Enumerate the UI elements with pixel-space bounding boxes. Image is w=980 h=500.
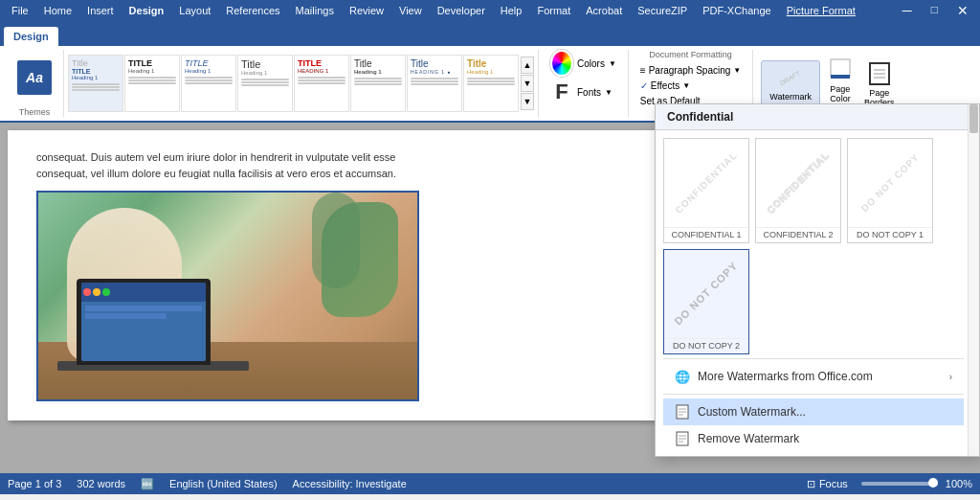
fonts-label: Fonts — [577, 87, 601, 98]
save-selection-item[interactable]: Save Selection to Watermark Gallery... — [663, 452, 964, 456]
watermark-label: Watermark — [769, 92, 812, 102]
menu-developer[interactable]: Developer — [430, 3, 493, 18]
fonts-dropdown-icon: ▼ — [605, 88, 612, 97]
menu-pdfxchange[interactable]: PDF-XChange — [695, 3, 779, 18]
wm-text-conf2: CONFIDENTIAL — [765, 149, 832, 216]
more-watermarks-item[interactable]: 🌐 More Watermarks from Office.com › — [663, 363, 964, 390]
colors-fonts-group: Colors ▼ F Fonts ▼ — [539, 50, 629, 117]
page-color-label: PageColor — [830, 84, 851, 103]
style-item-6[interactable]: Title HEADING 1 ● — [407, 55, 462, 112]
tab-design[interactable]: Design — [4, 27, 58, 46]
menu-home[interactable]: Home — [36, 3, 79, 18]
style-item-2[interactable]: TITLE Heading 1 — [181, 55, 236, 112]
fonts-icon: F — [550, 80, 573, 103]
watermark-confidential-1[interactable]: CONFIDENTIAL CONFIDENTIAL 1 — [663, 138, 749, 243]
menu-layout[interactable]: Layout — [171, 3, 218, 18]
focus-label: Focus — [819, 478, 848, 489]
app-window: File Home Insert Design Layout Reference… — [0, 0, 980, 500]
status-bar-right: ⊡ Focus 100% — [801, 476, 972, 492]
menu-help[interactable]: Help — [493, 3, 530, 18]
style-item-4[interactable]: TITLE HEADING 1 — [294, 55, 349, 112]
menu-bar: File Home Insert Design Layout Reference… — [0, 0, 980, 21]
more-watermarks-label: More Watermarks from Office.com — [698, 370, 873, 383]
page-color-icon — [826, 56, 855, 84]
style-item-7[interactable]: Title Heading 1 — [463, 55, 519, 112]
paragraph-spacing-dropdown: ▼ — [733, 66, 741, 75]
style-item-0[interactable]: Title TITLE Heading 1 — [68, 55, 123, 112]
remove-watermark-item[interactable]: Remove Watermark — [663, 425, 964, 452]
colors-button[interactable]: Colors ▼ — [546, 50, 620, 77]
watermark-gallery: CONFIDENTIAL CONFIDENTIAL 1 CONFIDENTIAL… — [663, 138, 964, 354]
scrollbar-thumb — [969, 104, 978, 133]
menu-design[interactable]: Design — [122, 3, 172, 18]
wm-preview-dnc1: DO NOT COPY — [852, 141, 928, 225]
selected-image[interactable] — [36, 191, 419, 401]
paragraph-spacing-label: Paragraph Spacing — [649, 65, 731, 76]
watermark-confidential-2[interactable]: CONFIDENTIAL CONFIDENTIAL 2 — [755, 138, 841, 243]
paragraph-spacing-button[interactable]: ≡ Paragraph Spacing ▼ — [636, 63, 745, 78]
watermark-panel-header: Confidential — [656, 104, 979, 130]
menu-mailings[interactable]: Mailings — [288, 3, 342, 18]
wm-preview-conf2: CONFIDENTIAL — [760, 141, 836, 225]
wm-text-dnc1: DO NOT COPY — [858, 151, 922, 215]
colors-dropdown-icon: ▼ — [609, 59, 616, 68]
custom-watermark-label: Custom Watermark... — [698, 405, 806, 419]
menu-format[interactable]: Format — [529, 3, 578, 18]
effects-button[interactable]: ✓ Effects ▼ — [636, 79, 694, 93]
gallery-scroll: ▲ ▼ ▼ — [521, 57, 534, 110]
themes-icon: Aa — [17, 60, 52, 95]
colors-label: Colors — [577, 58, 605, 69]
paragraph-spacing-icon: ≡ — [640, 65, 646, 76]
zoom-slider[interactable] — [861, 482, 938, 486]
maximize-icon[interactable]: □ — [924, 1, 946, 20]
menu-insert[interactable]: Insert — [79, 3, 122, 18]
accessibility-icon: 🔤 — [141, 478, 154, 490]
style-gallery-group: Title TITLE Heading 1 TITLE Heading 1 TI… — [64, 50, 539, 117]
image-content — [38, 193, 417, 399]
more-watermarks-arrow: › — [949, 372, 952, 382]
wm-label-conf1: CONFIDENTIAL 1 — [664, 227, 748, 241]
effects-dropdown: ▼ — [682, 81, 690, 90]
menu-securezip[interactable]: SecureZIP — [630, 3, 695, 18]
menu-file[interactable]: File — [4, 3, 36, 18]
watermark-do-not-copy-1[interactable]: DO NOT COPY DO NOT COPY 1 — [847, 138, 933, 243]
svg-rect-1 — [831, 75, 850, 79]
svg-rect-0 — [831, 59, 850, 77]
style-gallery: Title TITLE Heading 1 TITLE Heading 1 TI… — [68, 55, 519, 112]
watermark-button[interactable]: DRAFT Watermark — [761, 60, 820, 106]
style-item-5[interactable]: Title Heading 1 — [350, 55, 406, 112]
focus-button[interactable]: ⊡ Focus — [801, 476, 854, 492]
watermark-dropdown: Confidential CONFIDENTIAL CONFIDENTIAL 1… — [655, 103, 980, 457]
minimize-icon[interactable]: ─ — [895, 1, 920, 20]
close-icon[interactable]: ✕ — [949, 1, 976, 20]
menu-picture-format[interactable]: Picture Format — [779, 3, 863, 18]
gallery-scroll-down[interactable]: ▼ — [521, 75, 534, 92]
watermark-do-not-copy-2[interactable]: DO NOT COPY DO NOT COPY 2 — [663, 249, 749, 354]
accessibility-warning[interactable]: Accessibility: Investigate — [293, 478, 407, 489]
colors-fonts-content: Colors ▼ F Fonts ▼ — [546, 50, 620, 117]
menu-acrobat[interactable]: Acrobat — [578, 3, 630, 18]
focus-icon: ⊡ — [807, 478, 815, 490]
style-item-1[interactable]: TITLE Heading 1 — [124, 55, 180, 112]
gallery-scroll-more[interactable]: ▼ — [521, 93, 534, 110]
remove-watermark-label: Remove Watermark — [698, 432, 799, 445]
gallery-scroll-up[interactable]: ▲ — [521, 57, 534, 74]
doc-line-1: consequat. Duis autem vel eum iriure dol… — [36, 151, 395, 163]
colors-icon — [550, 52, 573, 75]
dropdown-scrollbar[interactable] — [968, 104, 979, 456]
themes-label: Themes — [19, 105, 51, 117]
menu-references[interactable]: References — [218, 3, 287, 18]
custom-watermark-item[interactable]: Custom Watermark... — [663, 398, 964, 425]
dropdown-sep-1 — [663, 358, 964, 359]
wm-label-conf2: CONFIDENTIAL 2 — [756, 227, 840, 241]
menu-view[interactable]: View — [391, 3, 430, 18]
menu-review[interactable]: Review — [342, 3, 391, 18]
themes-button[interactable]: Aa — [13, 58, 56, 97]
doc-line-2: consequat, vel illum dolore eu feugiat n… — [36, 168, 396, 179]
ribbon-tabs: Design — [0, 21, 980, 46]
zoom-level: 100% — [946, 478, 972, 489]
fonts-button[interactable]: F Fonts ▼ — [546, 79, 616, 105]
themes-group: Aa Themes — [6, 50, 64, 117]
themes-group-content: Aa — [13, 50, 56, 105]
style-item-3[interactable]: Title Heading 1 — [237, 55, 293, 112]
